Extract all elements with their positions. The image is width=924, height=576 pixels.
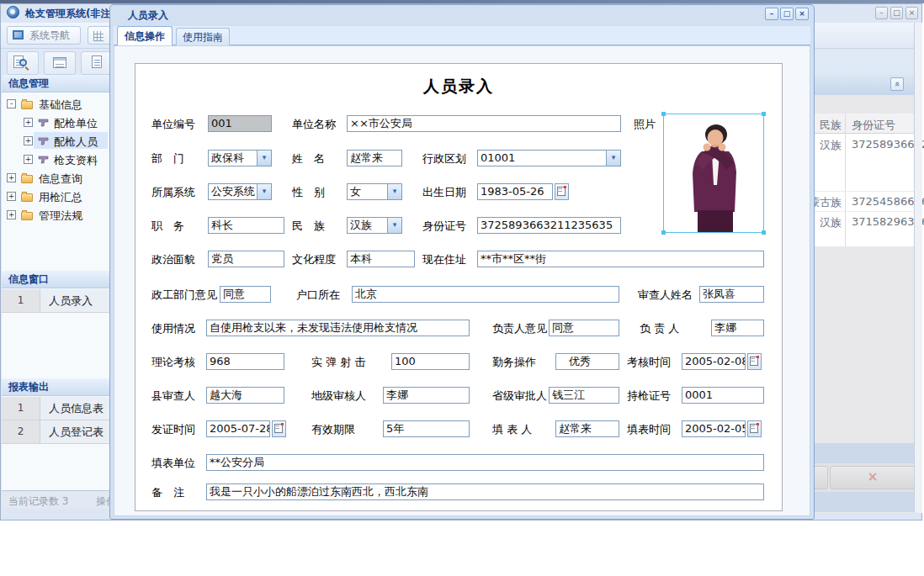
issue-time-input[interactable]: 2005-07-28 xyxy=(206,420,270,437)
chevron-down-icon[interactable]: ▾ xyxy=(387,184,401,199)
id-number-input[interactable]: 3725893663211235635 xyxy=(477,217,621,234)
theory-input[interactable]: 968 xyxy=(206,353,284,370)
province-approver-input[interactable]: 钱三江 xyxy=(549,387,619,404)
label-position: 职 务 xyxy=(151,219,184,234)
gun-icon xyxy=(38,136,50,146)
department-combo[interactable]: 政保科 ▾ xyxy=(208,150,272,166)
app-icon xyxy=(7,6,19,18)
chevron-down-icon[interactable]: ▾ xyxy=(606,151,620,166)
label-household: 户口所在 xyxy=(296,288,340,303)
expander-icon[interactable]: - xyxy=(7,99,16,108)
license-no-input[interactable]: 0001 xyxy=(682,387,764,404)
region-combo[interactable]: 01001 ▾ xyxy=(477,150,621,166)
address-input[interactable]: **市**区**街 xyxy=(477,251,764,267)
label-system: 所属系统 xyxy=(151,185,195,200)
tree-item-gun-summary[interactable]: + 用枪汇总 xyxy=(2,188,109,205)
new-doc-tool-button[interactable] xyxy=(81,51,113,75)
calendar-icon[interactable] xyxy=(747,420,762,437)
minimize-button[interactable]: – xyxy=(875,7,888,19)
ethnicity-combo[interactable]: 汉族 ▾ xyxy=(347,217,402,234)
dept-opinion-input[interactable]: 同意 xyxy=(220,286,271,303)
panel-header-info-window[interactable]: 信息窗口 xyxy=(2,271,109,288)
vertical-scrollbar[interactable] xyxy=(914,23,922,513)
duty-input[interactable]: 优秀 xyxy=(555,353,619,370)
calendar-icon[interactable] xyxy=(555,183,569,200)
tree-item-gun-data[interactable]: + 枪支资料 xyxy=(2,151,109,168)
calendar-icon[interactable] xyxy=(272,420,286,437)
usage-input[interactable]: 自使用枪支以来，未发现违法使用枪支情况 xyxy=(206,320,470,336)
restore-button[interactable]: □ xyxy=(890,7,903,19)
birth-date-input[interactable]: 1983-05-26 xyxy=(477,183,553,200)
label-address: 现在住址 xyxy=(422,252,466,267)
expander-icon[interactable]: + xyxy=(7,173,16,182)
assess-time-input[interactable]: 2005-02-08 xyxy=(682,353,746,370)
dialog-close-button[interactable]: × xyxy=(795,8,809,20)
tree-item-info-query[interactable]: + 信息查询 xyxy=(2,170,109,187)
main-window-title: 枪支管理系统(非注册 xyxy=(25,7,120,21)
table-icon xyxy=(53,57,66,68)
label-county-reviewer: 县审查人 xyxy=(151,388,195,404)
chevron-down-icon[interactable]: ▾ xyxy=(257,151,271,166)
shooting-input[interactable]: 100 xyxy=(391,353,470,370)
tree-item-gun-units[interactable]: + 配枪单位 xyxy=(2,114,109,131)
grid-col-id[interactable]: 身份证号 xyxy=(852,118,895,133)
reviewer-input[interactable]: 张凤喜 xyxy=(699,286,764,303)
leader-opinion-input[interactable]: 同意 xyxy=(549,320,619,336)
label-filler: 填 表 人 xyxy=(492,422,532,437)
report-item-personnel-register[interactable]: 2 人员登记表 xyxy=(2,420,109,444)
filler-input[interactable]: 赵常来 xyxy=(555,420,619,437)
grid-icon xyxy=(93,31,104,41)
name-input[interactable]: 赵常来 xyxy=(347,150,402,166)
close-button[interactable]: × xyxy=(905,7,918,19)
photo-handle xyxy=(661,112,666,116)
tree-item-regulations[interactable]: + 管理法规 xyxy=(2,207,109,224)
panel-header-info-mgmt[interactable]: 信息管理 xyxy=(2,75,109,92)
photo[interactable] xyxy=(663,114,764,233)
item-number: 1 xyxy=(2,397,40,420)
label-unit-name: 单位名称 xyxy=(292,117,336,132)
chevron-down-icon[interactable]: ▾ xyxy=(387,218,401,233)
dialog-maximize-button[interactable]: □ xyxy=(780,8,794,20)
tab-info-operation[interactable]: 信息操作 xyxy=(117,26,173,45)
system-nav-button[interactable]: 系统导航 xyxy=(7,26,81,45)
item-label: 人员录入 xyxy=(49,289,93,312)
tree-item-base-info[interactable]: - 基础信息 xyxy=(2,96,109,113)
political-input[interactable]: 党员 xyxy=(208,251,284,267)
expander-icon[interactable]: + xyxy=(24,118,33,127)
collapse-panel-button[interactable]: « xyxy=(890,77,904,91)
panel-header-report[interactable]: 报表输出 xyxy=(2,378,109,396)
tree-item-gun-personnel[interactable]: + 配枪人员 xyxy=(2,133,109,150)
unit-code-input[interactable]: 001 xyxy=(208,115,272,132)
calendar-icon[interactable] xyxy=(747,353,762,370)
fill-unit-input[interactable]: **公安分局 xyxy=(206,454,764,471)
fill-time-input[interactable]: 2005-02-05 xyxy=(682,420,746,437)
leader-input[interactable]: 李娜 xyxy=(711,320,764,336)
preview-tool-button[interactable] xyxy=(7,51,39,75)
table-tool-button[interactable] xyxy=(44,51,76,75)
label-fill-time: 填表时间 xyxy=(627,422,671,437)
info-window-item-personnel-entry[interactable]: 1 人员录入 xyxy=(2,289,109,313)
expander-icon[interactable]: + xyxy=(7,210,16,219)
label-usage: 使用情况 xyxy=(151,321,195,336)
folder-icon xyxy=(21,175,33,183)
folder-icon xyxy=(21,101,33,109)
household-input[interactable]: 北京 xyxy=(352,286,619,303)
expander-icon[interactable]: + xyxy=(24,136,33,145)
education-input[interactable]: 本科 xyxy=(347,251,415,267)
expander-icon[interactable]: + xyxy=(7,192,16,201)
tab-user-guide[interactable]: 使用指南 xyxy=(176,28,230,45)
report-item-personnel-info[interactable]: 1 人员信息表 xyxy=(2,397,109,420)
delete-button[interactable]: × xyxy=(830,466,916,489)
gender-combo[interactable]: 女 ▾ xyxy=(347,183,402,200)
county-reviewer-input[interactable]: 越大海 xyxy=(206,387,284,404)
prefecture-reviewer-input[interactable]: 李娜 xyxy=(383,387,470,404)
validity-input[interactable]: 5年 xyxy=(383,420,470,437)
remark-input[interactable]: 我是一只小小的船漂泊过东南西北，西北东南 xyxy=(206,484,764,500)
dialog-minimize-button[interactable]: – xyxy=(765,8,778,20)
chevron-down-icon[interactable]: ▾ xyxy=(257,184,271,199)
delete-x-icon: × xyxy=(868,469,879,484)
position-input[interactable]: 科长 xyxy=(208,217,284,234)
unit-name-input[interactable]: ××市公安局 xyxy=(347,115,621,132)
expander-icon[interactable]: + xyxy=(24,155,33,164)
system-combo[interactable]: 公安系统 ▾ xyxy=(208,183,272,200)
